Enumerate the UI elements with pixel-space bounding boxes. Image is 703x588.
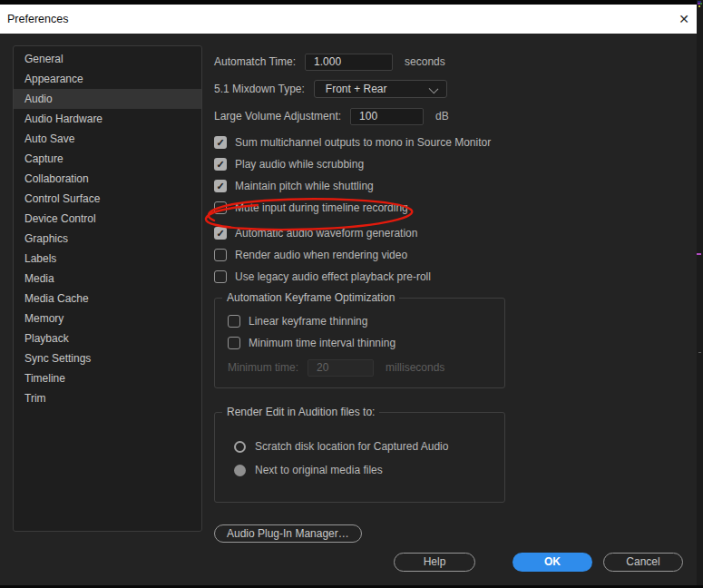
checkbox-label: Maintain pitch while shuttling bbox=[235, 180, 374, 192]
sidebar-item-device-control[interactable]: Device Control bbox=[14, 209, 201, 229]
screen: Preferences ✕ General Appearance Audio A… bbox=[0, 0, 703, 588]
audition-render-group: Render Edit in Audition files to: Scratc… bbox=[214, 412, 505, 503]
checkbox-min-interval-thinning[interactable] bbox=[228, 337, 240, 349]
checkbox-row: Use legacy audio effect playback pre-rol… bbox=[214, 270, 693, 283]
sidebar-item-sync-settings[interactable]: Sync Settings bbox=[14, 348, 201, 368]
checkbox-auto-waveform[interactable]: ✓ bbox=[214, 227, 227, 240]
checkbox-label: Render audio when rendering video bbox=[235, 249, 407, 261]
volume-adjustment-label: Large Volume Adjustment: bbox=[214, 110, 341, 122]
mixdown-type-row: 5.1 Mixdown Type: Front + Rear bbox=[214, 80, 693, 98]
checkbox-row: Render audio when rendering video bbox=[214, 249, 693, 261]
audio-settings-panel: Automatch Time: seconds 5.1 Mixdown Type… bbox=[214, 53, 693, 543]
sidebar-item-playback[interactable]: Playback bbox=[14, 328, 201, 348]
mixdown-type-value: Front + Rear bbox=[326, 83, 387, 95]
sidebar-item-appearance[interactable]: Appearance bbox=[14, 69, 201, 89]
checkbox-sum-multichannel[interactable]: ✓ bbox=[214, 136, 227, 149]
checkbox-label: Play audio while scrubbing bbox=[235, 158, 364, 171]
radio-label: Next to original media files bbox=[255, 464, 383, 476]
minimum-time-label: Minimum time: bbox=[228, 361, 298, 374]
audio-plugin-manager-button[interactable]: Audio Plug-In Manager… bbox=[214, 524, 362, 543]
checkbox-row: Minimum time interval thinning bbox=[228, 337, 493, 349]
checkbox-label: Automatic audio waveform generation bbox=[235, 227, 417, 240]
checkbox-legacy-preroll[interactable] bbox=[214, 270, 227, 283]
radio-next-to-media[interactable] bbox=[234, 465, 246, 476]
minimum-time-input bbox=[308, 359, 374, 377]
automation-keyframe-group: Automation Keyframe Optimization Linear … bbox=[214, 298, 505, 388]
mixdown-type-select[interactable]: Front + Rear bbox=[314, 80, 447, 98]
sidebar-item-audio[interactable]: Audio bbox=[14, 89, 201, 109]
radio-row: Next to original media files bbox=[234, 464, 493, 476]
checkbox-label: Linear keyframe thinning bbox=[249, 315, 367, 328]
dialog-title: Preferences bbox=[7, 5, 68, 34]
close-icon[interactable]: ✕ bbox=[673, 9, 695, 29]
checkbox-row: ✓ Play audio while scrubbing bbox=[214, 158, 693, 171]
automatch-time-label: Automatch Time: bbox=[214, 55, 296, 68]
checkbox-render-audio[interactable] bbox=[214, 249, 227, 261]
volume-adjustment-unit: dB bbox=[435, 110, 449, 122]
radio-row: Scratch disk location for Captured Audio bbox=[234, 440, 493, 453]
ok-button[interactable]: OK bbox=[513, 553, 592, 572]
background-pixel bbox=[698, 352, 701, 353]
cancel-button[interactable]: Cancel bbox=[603, 553, 683, 572]
checkbox-label: Minimum time interval thinning bbox=[249, 337, 395, 349]
automatch-time-row: Automatch Time: seconds bbox=[214, 53, 693, 71]
help-button[interactable]: Help bbox=[394, 553, 475, 572]
sidebar-item-collaboration[interactable]: Collaboration bbox=[14, 169, 201, 189]
sidebar-item-timeline[interactable]: Timeline bbox=[14, 368, 201, 388]
minimum-time-row: Minimum time: milliseconds bbox=[228, 358, 493, 377]
background-pixel bbox=[700, 3, 702, 5]
volume-adjustment-row: Large Volume Adjustment: dB bbox=[214, 107, 693, 125]
sidebar-item-media-cache[interactable]: Media Cache bbox=[14, 289, 201, 309]
mixdown-type-label: 5.1 Mixdown Type: bbox=[214, 83, 305, 95]
group-title: Render Edit in Audition files to: bbox=[222, 406, 379, 418]
sidebar-item-memory[interactable]: Memory bbox=[14, 309, 201, 328]
background-pixel bbox=[697, 253, 701, 255]
checkbox-list: ✓ Sum multichannel outputs to mono in So… bbox=[214, 136, 693, 283]
checkbox-label: Sum multichannel outputs to mono in Sour… bbox=[235, 136, 491, 149]
checkbox-row-mute-input: Mute input during timeline recording bbox=[214, 201, 693, 214]
checkbox-linear-thinning[interactable] bbox=[228, 315, 240, 328]
checkbox-row: ✓ Maintain pitch while shuttling bbox=[214, 180, 693, 192]
radio-label: Scratch disk location for Captured Audio bbox=[255, 440, 448, 453]
checkbox-row: Linear keyframe thinning bbox=[228, 315, 493, 328]
volume-adjustment-input[interactable] bbox=[350, 108, 424, 125]
checkbox-play-while-scrubbing[interactable]: ✓ bbox=[214, 158, 227, 171]
titlebar: Preferences ✕ bbox=[0, 5, 697, 34]
sidebar-item-control-surface[interactable]: Control Surface bbox=[14, 189, 201, 209]
checkbox-label: Mute input during timeline recording bbox=[235, 201, 408, 214]
background-app-strip bbox=[697, 0, 703, 588]
chevron-down-icon bbox=[428, 84, 438, 94]
minimum-time-unit: milliseconds bbox=[386, 361, 444, 374]
sidebar-item-graphics[interactable]: Graphics bbox=[14, 229, 201, 249]
sidebar-item-labels[interactable]: Labels bbox=[14, 249, 201, 269]
checkbox-label: Use legacy audio effect playback pre-rol… bbox=[235, 270, 431, 283]
preferences-dialog: Preferences ✕ General Appearance Audio A… bbox=[0, 0, 697, 585]
automatch-time-unit: seconds bbox=[405, 55, 445, 68]
sidebar-item-media[interactable]: Media bbox=[14, 269, 201, 289]
sidebar-item-general[interactable]: General bbox=[14, 49, 201, 69]
group-title: Automation Keyframe Optimization bbox=[222, 291, 399, 304]
checkbox-maintain-pitch[interactable]: ✓ bbox=[214, 180, 227, 192]
sidebar-item-trim[interactable]: Trim bbox=[14, 388, 201, 408]
checkbox-row: ✓ Automatic audio waveform generation bbox=[214, 227, 693, 240]
automatch-time-input[interactable] bbox=[305, 54, 393, 71]
checkbox-row: ✓ Sum multichannel outputs to mono in So… bbox=[214, 136, 693, 149]
radio-scratch-disk[interactable] bbox=[234, 441, 246, 453]
background-pixel bbox=[698, 5, 700, 7]
preferences-sidebar: General Appearance Audio Audio Hardware … bbox=[13, 45, 202, 532]
sidebar-item-auto-save[interactable]: Auto Save bbox=[14, 129, 201, 149]
sidebar-item-audio-hardware[interactable]: Audio Hardware bbox=[14, 109, 201, 129]
sidebar-item-capture[interactable]: Capture bbox=[14, 149, 201, 169]
checkbox-mute-input[interactable] bbox=[214, 201, 227, 214]
